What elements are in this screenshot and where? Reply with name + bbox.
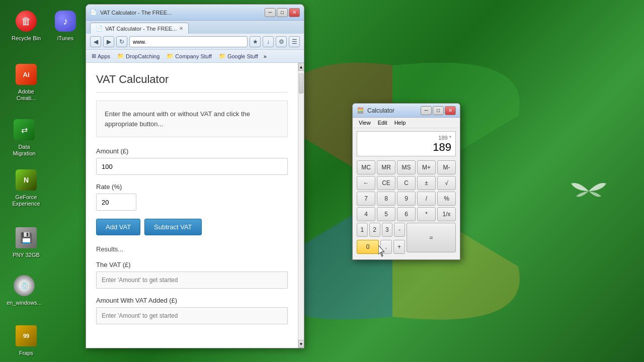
browser-content: VAT Calculator Enter the amount with or … xyxy=(86,63,304,348)
btn-c[interactable]: C xyxy=(397,176,416,190)
btn-mc[interactable]: MC xyxy=(357,160,375,174)
subtract-vat-button[interactable]: Subtract VAT xyxy=(144,219,201,235)
bookmark-apps[interactable]: ⊞ Apps xyxy=(90,52,112,60)
btn-sqrt[interactable]: √ xyxy=(437,176,456,190)
browser-tab-active[interactable]: 📄 VAT Calculator - The FREE... ✕ xyxy=(90,23,189,34)
btn-equals[interactable]: = xyxy=(407,223,456,252)
browser-page-icon: 📄 xyxy=(90,9,97,16)
vat-result-group: The VAT (£) xyxy=(96,261,288,289)
btn-4[interactable]: 4 xyxy=(357,207,375,221)
rate-input[interactable] xyxy=(96,194,136,211)
vat-result-input xyxy=(96,272,288,289)
tools-btn[interactable]: ⚙ xyxy=(276,36,287,47)
description-box: Enter the amount with or without VAT and… xyxy=(96,101,288,137)
en-windows-icon: 💿 xyxy=(14,275,35,296)
en-windows-label: en_windows... xyxy=(7,300,42,306)
btn-backspace[interactable]: ← xyxy=(357,176,375,190)
bookmark-star[interactable]: ★ xyxy=(250,36,261,47)
calc-window-controls: ─ □ ✕ xyxy=(421,106,456,115)
btn-5[interactable]: 5 xyxy=(377,207,395,221)
btn-6[interactable]: 6 xyxy=(397,207,416,221)
reload-button[interactable]: ↻ xyxy=(116,36,127,47)
calc-menu-help[interactable]: Help xyxy=(391,119,409,127)
bookmark-google[interactable]: 📁 Google Stuff xyxy=(217,52,260,60)
downloads-btn[interactable]: ↓ xyxy=(263,36,274,47)
geforce-icon: N xyxy=(16,169,37,191)
results-label: Results... xyxy=(96,245,288,253)
browser-maximize-btn[interactable]: □ xyxy=(277,8,288,17)
btn-9[interactable]: 9 xyxy=(397,192,416,206)
pny-label: PNY 32GB xyxy=(13,252,40,258)
calc-minimize-btn[interactable]: ─ xyxy=(421,106,432,115)
desktop-icon-adobe[interactable]: Ai Adobe Creati... xyxy=(6,60,46,104)
btn-1[interactable]: 1 xyxy=(357,223,368,237)
amount-group: Amount (£) xyxy=(96,147,288,175)
calc-menu-edit[interactable]: Edit xyxy=(375,119,390,127)
folder-icon-3: 📁 xyxy=(219,53,226,59)
browser-minimize-btn[interactable]: ─ xyxy=(265,8,276,17)
desktop-icon-geforce[interactable]: N GeForceExperience xyxy=(6,166,46,209)
btn-ce[interactable]: CE xyxy=(377,176,395,190)
forward-button[interactable]: ▶ xyxy=(103,36,114,47)
back-button[interactable]: ◀ xyxy=(90,36,101,47)
btn-mr[interactable]: MR xyxy=(377,160,395,174)
browser-window: 📄 VAT Calculator - The FREE... ─ □ ✕ 📄 V… xyxy=(86,4,304,348)
desktop-icon-data-migration[interactable]: ⇄ DataMigration xyxy=(4,116,44,159)
btn-percent[interactable]: % xyxy=(437,192,456,206)
browser-title: VAT Calculator - The FREE... xyxy=(100,10,172,16)
btn-add[interactable]: + xyxy=(393,240,405,254)
desktop-icon-fraps[interactable]: 99 Fraps xyxy=(6,322,46,358)
row1: ← CE C ± √ xyxy=(357,176,456,190)
rows-4-5: 1 2 3 - 0 . + = xyxy=(357,223,456,255)
scrollbar[interactable]: ▲ ▼ xyxy=(298,63,304,348)
bookmarks-bar: ⊞ Apps 📁 DropCatching 📁 Company Stuff 📁 … xyxy=(86,50,304,63)
add-vat-button[interactable]: Add VAT xyxy=(96,219,140,235)
btn-0[interactable]: 0 xyxy=(357,240,379,254)
desktop-icon-recycle-bin[interactable]: 🗑 Recycle Bin xyxy=(6,7,46,44)
btn-3[interactable]: 3 xyxy=(382,223,393,237)
browser-titlebar: 📄 VAT Calculator - The FREE... ─ □ ✕ xyxy=(86,5,304,21)
btn-7[interactable]: 7 xyxy=(357,192,375,206)
desktop-icon-en-windows[interactable]: 💿 en_windows... xyxy=(4,272,44,308)
more-bookmarks[interactable]: » xyxy=(264,53,267,59)
calc-value: 189 xyxy=(433,141,451,154)
calc-menubar: View Edit Help xyxy=(353,118,460,128)
btn-divide[interactable]: / xyxy=(417,192,436,206)
amount-with-vat-input xyxy=(96,307,288,324)
btn-mminus[interactable]: M- xyxy=(437,160,456,174)
btn-2[interactable]: 2 xyxy=(369,223,380,237)
scroll-down-btn[interactable]: ▼ xyxy=(298,340,304,348)
btn-subtract[interactable]: - xyxy=(394,223,405,237)
calc-maximize-btn[interactable]: □ xyxy=(433,106,444,115)
scroll-track[interactable] xyxy=(298,71,304,340)
recycle-bin-icon: 🗑 xyxy=(16,11,37,32)
btn-mplus[interactable]: M+ xyxy=(417,160,436,174)
fraps-label: Fraps xyxy=(19,350,33,356)
calculator-window: 🧮 Calculator ─ □ ✕ View Edit Help 189 * … xyxy=(352,103,460,260)
browser-close-btn[interactable]: ✕ xyxy=(289,8,300,17)
tab-strip: 📄 VAT Calculator - The FREE... ✕ xyxy=(86,21,304,34)
desktop-icon-itunes[interactable]: ♪ iTunes xyxy=(45,7,86,44)
amount-with-vat-label: Amount With VAT Added (£) xyxy=(96,297,288,304)
btn-plusminus[interactable]: ± xyxy=(417,176,436,190)
tab-close-btn[interactable]: ✕ xyxy=(179,26,183,31)
row2: 7 8 9 / % xyxy=(357,192,456,206)
menu-btn[interactable]: ☰ xyxy=(289,36,300,47)
amount-label: Amount (£) xyxy=(96,147,288,155)
calc-menu-view[interactable]: View xyxy=(356,119,374,127)
scroll-thumb[interactable] xyxy=(299,73,303,94)
btn-multiply[interactable]: * xyxy=(417,207,436,221)
data-migration-label: DataMigration xyxy=(13,144,35,157)
btn-8[interactable]: 8 xyxy=(377,192,395,206)
btn-ms[interactable]: MS xyxy=(397,160,416,174)
bookmark-dropcatching[interactable]: 📁 DropCatching xyxy=(116,52,161,60)
bookmark-company[interactable]: 📁 Company Stuff xyxy=(165,52,213,60)
address-bar[interactable]: www. xyxy=(129,36,248,47)
address-text: www. xyxy=(133,39,146,45)
amount-input[interactable] xyxy=(96,158,288,175)
calc-close-btn[interactable]: ✕ xyxy=(445,106,456,115)
desktop-icon-pny[interactable]: 💾 PNY 32GB xyxy=(6,224,46,260)
btn-reciprocal[interactable]: 1/x xyxy=(437,207,456,221)
scroll-up-btn[interactable]: ▲ xyxy=(298,63,304,71)
btn-decimal[interactable]: . xyxy=(380,240,392,254)
